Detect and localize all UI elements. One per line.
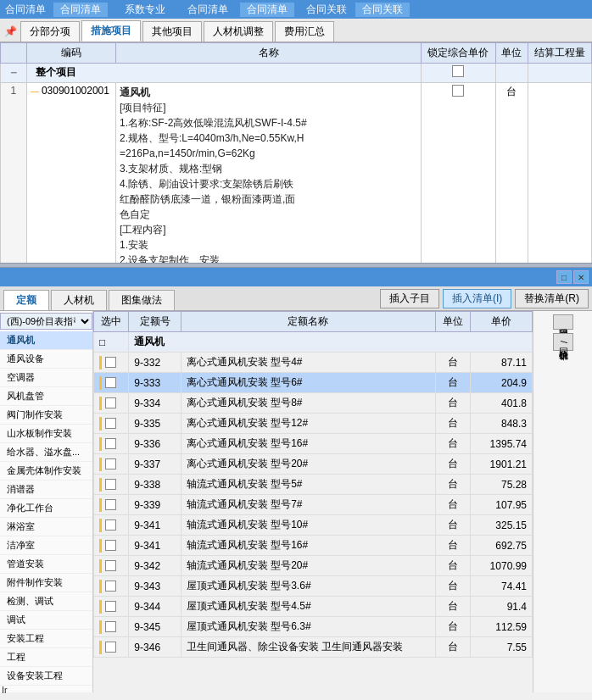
sidebar-item-10[interactable]: 淋浴室 <box>0 518 92 536</box>
yellow-indicator-9 <box>99 539 102 553</box>
table-row[interactable]: 9-336离心式通风机安装 型号16#台1395.74 <box>94 434 533 454</box>
tab-rencaiji[interactable]: 人材机 <box>51 290 107 310</box>
replace-list-button[interactable]: 替换清单(R) <box>515 289 589 308</box>
sidebar-item-8[interactable]: 消谱器 <box>0 481 92 499</box>
insert-list-button[interactable]: 插入清单(I) <box>443 289 511 308</box>
tab-qita[interactable]: 其他项目 <box>142 21 202 42</box>
row-checkbox-5[interactable] <box>105 458 116 469</box>
sidebar-item-0[interactable]: 通风机 <box>0 331 92 350</box>
lock-checkbox[interactable] <box>452 65 464 77</box>
table-row[interactable]: 9-346卫生间通风器、除尘设备安装 卫生间通风器安装台7.55 <box>94 637 533 658</box>
table-row[interactable]: 9-337离心式通风机安装 型号20#台1901.21 <box>94 454 533 475</box>
sidebar-dropdown[interactable]: (西)-09价目表指引 <box>0 313 92 330</box>
table-row[interactable]: 9-343屋顶式通风机安装 型号3.6#台74.41 <box>94 576 533 597</box>
sidebar-item-14[interactable]: 检测、调试 <box>0 592 92 611</box>
row-select-0[interactable] <box>94 353 129 373</box>
row-select-13[interactable] <box>94 617 129 637</box>
row-checkbox-3[interactable] <box>105 418 116 429</box>
group-header-toggle[interactable]: □ <box>94 332 129 353</box>
row-checkbox-10[interactable] <box>105 560 116 571</box>
sidebar-item-3[interactable]: 风机盘管 <box>0 387 92 406</box>
row-select-6[interactable] <box>94 475 129 495</box>
th-name: 名称 <box>115 43 421 64</box>
row-unit: 台 <box>495 83 528 270</box>
row-checkbox-9[interactable] <box>105 540 116 551</box>
title-dropdown-3[interactable]: 合同关联 <box>355 3 410 17</box>
table-row[interactable]: 9-332离心式通风机安装 型号4#台87.11 <box>94 353 533 373</box>
row-unit-2: 台 <box>435 393 470 414</box>
row-select-7[interactable] <box>94 495 129 515</box>
row-select-5[interactable] <box>94 454 129 475</box>
row-checkbox-1[interactable] <box>105 377 116 388</box>
row-checkbox-6[interactable] <box>105 479 116 490</box>
table-row[interactable]: 9-338轴流式通风机安装 型号5#台75.28 <box>94 475 533 495</box>
row-select-14[interactable] <box>94 637 129 658</box>
sidebar-item-17[interactable]: 工程 <box>0 648 92 667</box>
table-row[interactable]: 9-341轴流式通风机安装 型号16#台692.75 <box>94 536 533 556</box>
row-lock-checkbox[interactable] <box>452 85 464 97</box>
sidebar-item-7[interactable]: 金属壳体制作安装 <box>0 462 92 481</box>
sidebar-item-18[interactable]: 设备安装工程 <box>0 667 92 686</box>
row-select-9[interactable] <box>94 536 129 556</box>
minimize-button[interactable]: □ <box>556 270 572 284</box>
sidebar-item-16[interactable]: 安装工程 <box>0 630 92 648</box>
row-checkbox-13[interactable] <box>105 621 116 632</box>
row-price-9: 692.75 <box>471 536 533 556</box>
sidebar-item-4[interactable]: 阀门制作安装 <box>0 406 92 425</box>
row-select-3[interactable] <box>94 414 129 434</box>
row-checkbox-4[interactable] <box>105 438 116 449</box>
tab-feiyong[interactable]: 费用汇总 <box>275 21 334 42</box>
table-row[interactable]: 9-344屋顶式通风机安装 型号4.5#台91.4 <box>94 597 533 617</box>
sidebar-item-2[interactable]: 空调器 <box>0 369 92 387</box>
row-quota-name-12: 屋顶式通风机安装 型号4.5# <box>181 597 435 617</box>
pin-button[interactable]: 📌 <box>3 25 17 38</box>
row-checkbox-2[interactable] <box>105 397 116 408</box>
sidebar-item-13[interactable]: 附件制作安装 <box>0 574 92 592</box>
tab-tujizufa[interactable]: 图集做法 <box>109 290 175 310</box>
content-scroll-area[interactable]: 选中 定额号 定额名称 单位 单价 □ 通风机 <box>93 311 533 692</box>
table-row[interactable]: 9-334离心式通风机安装 型号8#台401.8 <box>94 393 533 414</box>
table-row[interactable]: 9-341轴流式通风机安装 型号10#台325.15 <box>94 515 533 536</box>
th-select: 选中 <box>94 312 129 332</box>
row-minus[interactable]: － <box>1 64 27 83</box>
confirm-price-button[interactable]: 同/确认单价 <box>553 333 573 351</box>
sidebar-item-15[interactable]: 调试 <box>0 611 92 630</box>
sidebar-item-1[interactable]: 通风设备 <box>0 350 92 369</box>
sidebar-item-9[interactable]: 净化工作台 <box>0 499 92 518</box>
table-row[interactable]: 9-339轴流式通风机安装 型号7#台107.95 <box>94 495 533 515</box>
sidebar-item-11[interactable]: 洁净室 <box>0 536 92 555</box>
row-select-8[interactable] <box>94 515 129 536</box>
close-button[interactable]: ✕ <box>573 270 589 284</box>
row-code-value: 030901002001 <box>42 85 109 97</box>
table-row[interactable]: 9-342轴流式通风机安装 型号20#台1070.99 <box>94 556 533 576</box>
table-row[interactable]: 9-345屋顶式通风机安装 型号6.3#台112.59 <box>94 617 533 637</box>
title-dropdown-1[interactable]: 合同清单 <box>53 3 108 17</box>
sidebar-item-5[interactable]: 山水板制作安装 <box>0 425 92 443</box>
title-dropdown-2[interactable]: 合同清单 <box>240 3 294 17</box>
row-checkbox-12[interactable] <box>105 601 116 612</box>
row-select-12[interactable] <box>94 597 129 617</box>
row-select-10[interactable] <box>94 556 129 576</box>
sidebar-item-6[interactable]: 给水器、溢水盘... <box>0 443 92 462</box>
table-row[interactable]: 9-333离心式通风机安装 型号6#台204.9 <box>94 373 533 393</box>
row-select-4[interactable] <box>94 434 129 454</box>
row-checkbox-8[interactable] <box>105 519 116 531</box>
tab-fenbufenxiang[interactable]: 分部分项 <box>20 21 80 42</box>
row-checkbox-11[interactable] <box>105 581 116 592</box>
tab-dinge[interactable]: 定额 <box>3 290 49 310</box>
row-checkbox-14[interactable] <box>105 642 116 653</box>
tab-rencaiji[interactable]: 人材机调整 <box>204 21 273 42</box>
table-row[interactable]: 9-335离心式通风机安装 型号12#台848.3 <box>94 414 533 434</box>
row-checkbox-0[interactable] <box>105 357 116 368</box>
row-quota-name-2: 离心式通风机安装 型号8# <box>181 393 435 414</box>
row-select-2[interactable] <box>94 393 129 414</box>
row-select-1[interactable] <box>94 373 129 393</box>
main-title-bar: 合同清单 合同清单 系数专业 合同清单 合同清单 合同关联 合同关联 <box>0 0 592 19</box>
row-quota-num-0: 9-332 <box>129 353 182 373</box>
tab-cuoshi[interactable]: 措施项目 <box>81 20 141 42</box>
insert-sub-button[interactable]: 插入子目 <box>380 289 439 308</box>
row-checkbox-7[interactable] <box>105 499 116 510</box>
sidebar-item-12[interactable]: 管道安装 <box>0 555 92 574</box>
description-button[interactable]: 说明日 <box>553 314 573 330</box>
row-select-11[interactable] <box>94 576 129 597</box>
